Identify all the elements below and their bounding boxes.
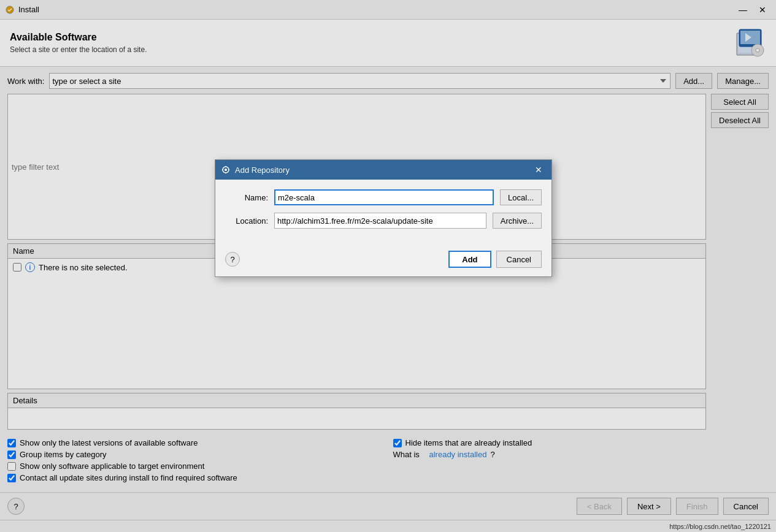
archive-button[interactable]: Archive... (493, 213, 542, 229)
add-repository-dialog: Add Repository ✕ Name: Local... Location… (215, 159, 552, 277)
modal-title: Add Repository (235, 165, 290, 175)
name-input[interactable] (274, 189, 494, 205)
name-row: Name: Local... (225, 189, 542, 205)
modal-titlebar-left: Add Repository (221, 165, 290, 175)
location-row: Location: Archive... (225, 213, 542, 229)
modal-footer: ? Add Cancel (215, 246, 551, 276)
modal-cancel-button[interactable]: Cancel (496, 251, 542, 268)
modal-titlebar: Add Repository ✕ (215, 160, 551, 180)
modal-footer-right: Add Cancel (448, 251, 542, 268)
modal-gear-icon (221, 165, 230, 174)
svg-point-9 (225, 169, 227, 171)
modal-body: Name: Local... Location: Archive... (215, 180, 551, 246)
location-input[interactable] (274, 213, 486, 229)
location-label: Location: (225, 216, 268, 226)
help-icon-modal[interactable]: ? (225, 252, 240, 267)
local-button[interactable]: Local... (500, 189, 542, 205)
modal-add-button[interactable]: Add (448, 251, 491, 268)
modal-close-button[interactable]: ✕ (532, 163, 545, 177)
name-label: Name: (225, 193, 268, 202)
